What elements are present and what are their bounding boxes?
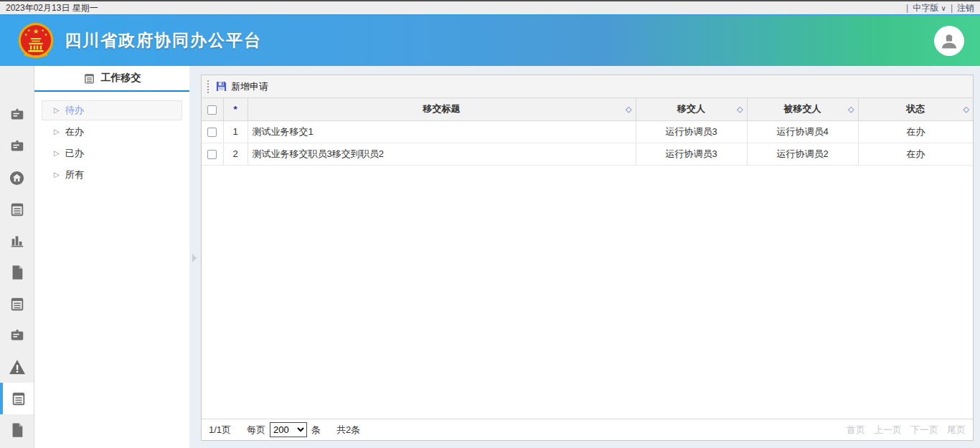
pagination-right: 首页 上一页 下一页 尾页: [847, 424, 966, 437]
app-root: 2023年02月13日 星期一 | 中字版 ∨ | 注销 ★ ★ ★ ★ ★: [0, 0, 980, 448]
tree-item-label: 已办: [65, 144, 84, 163]
topbar-right: | 中字版 ∨ | 注销: [906, 2, 974, 14]
header-from-cell: 移交人◇: [636, 98, 747, 120]
separator: |: [906, 3, 908, 13]
rail-item-file-1[interactable]: [0, 257, 34, 288]
index-mark: *: [233, 104, 237, 115]
language-label: 中字版: [913, 3, 938, 13]
row-index-cell: 2: [223, 143, 248, 165]
select-all-checkbox[interactable]: [207, 105, 217, 115]
row-checkbox[interactable]: [207, 128, 217, 137]
last-page-link[interactable]: 尾页: [947, 424, 966, 437]
svg-text:★: ★: [24, 32, 28, 36]
table-row[interactable]: 2 测试业务移交职员3移交到职员2 运行协调员3 运行协调员2 在办: [202, 143, 973, 165]
separator: |: [951, 3, 953, 13]
tree-item-label: 所有: [65, 166, 84, 184]
column-label: 被移交人: [784, 103, 821, 114]
row-from-cell: 运行协调员3: [636, 143, 747, 165]
new-application-button[interactable]: 新增申请: [216, 80, 268, 93]
tree-expand-icon: ▷: [54, 144, 60, 163]
sidebar-header: 工作移交: [34, 66, 189, 92]
row-title-cell: 测试业务移交1: [248, 120, 636, 143]
pagination-left: 1/1页 每页 200 条 共2条: [209, 422, 360, 437]
first-page-link[interactable]: 首页: [847, 424, 865, 437]
main-panel: 新增申请 * 移交标题◇ 移交人◇ 被移交人◇ 状态◇: [201, 75, 974, 441]
sort-icon[interactable]: ◇: [626, 105, 631, 114]
rail-item-briefcase-2[interactable]: [0, 130, 34, 162]
toolbar-grip-icon: [207, 80, 209, 93]
sort-icon[interactable]: ◇: [848, 105, 854, 114]
column-label: 移交标题: [423, 103, 461, 114]
rail-item-notebook-2[interactable]: [0, 288, 34, 320]
language-selector[interactable]: 中字版 ∨: [913, 2, 946, 14]
rail-item-warning[interactable]: [0, 351, 34, 383]
unit-label: 条: [311, 424, 321, 437]
row-to-cell: 运行协调员4: [747, 120, 858, 143]
row-from-cell: 运行协调员3: [636, 120, 747, 143]
page-info: 1/1页: [209, 424, 231, 437]
svg-text:★: ★: [33, 27, 39, 35]
warning-icon: [9, 359, 26, 375]
briefcase-icon: [9, 328, 25, 343]
row-status-cell: 在办: [858, 120, 973, 143]
notebook-icon-selected: [11, 391, 27, 406]
column-label: 移交人: [677, 103, 705, 114]
national-emblem-logo: ★ ★ ★ ★ ★: [17, 22, 55, 60]
next-page-link[interactable]: 下一页: [910, 424, 938, 437]
transfer-table: * 移交标题◇ 移交人◇ 被移交人◇ 状态◇ 1 测试业务移交1 运行协调员3 …: [202, 98, 973, 166]
sidebar-collapse-strip: [189, 66, 201, 448]
row-select-cell: [202, 143, 223, 165]
header-to-cell: 被移交人◇: [747, 98, 858, 120]
row-checkbox[interactable]: [207, 150, 217, 159]
sort-icon[interactable]: ◇: [963, 105, 969, 114]
header-index-cell: *: [223, 98, 248, 120]
sidebar-title: 工作移交: [101, 72, 141, 85]
sort-icon[interactable]: ◇: [737, 105, 743, 114]
chevron-down-icon: ∨: [941, 4, 946, 12]
table-empty-area: [202, 166, 973, 419]
tree-expand-icon: ▷: [54, 101, 60, 120]
svg-text:★: ★: [42, 29, 45, 32]
app-header: ★ ★ ★ ★ ★ 四川省政府协同办公平台: [0, 14, 980, 66]
column-label: 状态: [906, 103, 925, 114]
rail-item-notebook-1[interactable]: [0, 194, 34, 225]
briefcase-icon: [9, 138, 25, 154]
header-status-cell: 状态◇: [858, 98, 973, 120]
total-count-label: 共2条: [336, 424, 360, 437]
tree-item-inprogress[interactable]: ▷ 在办: [42, 122, 182, 142]
page-size-select[interactable]: 200: [270, 422, 307, 437]
notebook-icon: [9, 296, 25, 312]
user-avatar[interactable]: [934, 26, 964, 56]
header-title-cell: 移交标题◇: [248, 98, 636, 120]
collapse-handle-icon[interactable]: [192, 254, 197, 262]
logout-link[interactable]: 注销: [957, 2, 974, 14]
svg-text:★: ★: [27, 29, 31, 32]
rail-item-file-2[interactable]: [0, 414, 34, 446]
date-label: 2023年02月13日 星期一: [6, 2, 98, 14]
tree-item-all[interactable]: ▷ 所有: [42, 165, 182, 185]
table-header-row: * 移交标题◇ 移交人◇ 被移交人◇ 状态◇: [202, 98, 973, 120]
header-select-cell: [202, 98, 223, 120]
rail-item-work-transfer-selected[interactable]: [0, 383, 34, 414]
rail-item-statistics[interactable]: [0, 225, 34, 257]
tree-expand-icon: ▷: [54, 166, 60, 184]
row-to-cell: 运行协调员2: [747, 143, 858, 165]
home-circle-icon: [9, 170, 25, 186]
rail-item-briefcase-3[interactable]: [0, 320, 34, 351]
notebook-icon: [83, 72, 95, 85]
rail-item-briefcase-1[interactable]: [0, 99, 34, 130]
file-icon: [10, 264, 24, 280]
bar-chart-icon: [9, 233, 25, 249]
sidebar: 工作移交 ▷ 待办 ▷ 在办 ▷ 已办 ▷ 所有: [34, 66, 189, 448]
new-application-label: 新增申请: [231, 80, 268, 93]
tree-item-todo[interactable]: ▷ 待办: [42, 100, 182, 120]
rail-item-home[interactable]: [0, 162, 34, 194]
tree-item-done[interactable]: ▷ 已办: [42, 143, 182, 163]
svg-text:★: ★: [44, 32, 48, 36]
file-icon: [10, 422, 24, 438]
per-page-label: 每页: [247, 424, 265, 437]
table-row[interactable]: 1 测试业务移交1 运行协调员3 运行协调员4 在办: [202, 120, 973, 143]
prev-page-link[interactable]: 上一页: [874, 424, 902, 437]
icon-rail: [0, 66, 34, 448]
toolbar: 新增申请: [202, 75, 973, 98]
